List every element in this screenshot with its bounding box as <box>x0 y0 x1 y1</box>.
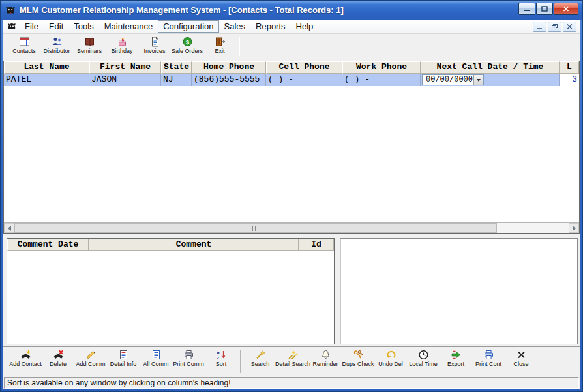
seminars-book-icon <box>84 37 95 47</box>
mdi-restore-button[interactable] <box>548 22 561 32</box>
next-call-date-combobox[interactable]: 00/00/0000 <box>422 74 484 85</box>
column-header-home-phone[interactable]: Home Phone <box>192 61 266 74</box>
column-header-next-call[interactable]: Next Call Date / Time <box>421 61 560 74</box>
toolbar-label: Dups Check <box>342 361 374 367</box>
comments-grid-header: Comment Date Comment Id <box>7 239 334 251</box>
horizontal-scrollbar[interactable] <box>4 222 579 233</box>
mdi-window-buttons <box>533 22 576 32</box>
cell-state[interactable]: NJ <box>161 74 192 86</box>
invoices-button[interactable]: Invoices <box>138 34 171 59</box>
close-button[interactable] <box>554 3 578 15</box>
contacts-grid-icon <box>19 37 30 47</box>
detail-search-wands-icon <box>288 350 299 360</box>
column-header-id[interactable]: Id <box>299 239 334 251</box>
chevron-down-icon <box>477 79 481 82</box>
cell-work-phone[interactable]: ( ) - <box>342 74 421 86</box>
close-window-button[interactable]: Close <box>505 347 537 376</box>
add-contact-button[interactable]: Add Contact <box>9 347 42 376</box>
menu-tools[interactable]: Tools <box>68 20 98 33</box>
caption-buttons <box>518 3 578 15</box>
minimize-button[interactable] <box>518 3 535 15</box>
next-call-date-value: 00/00/0000 <box>423 75 473 85</box>
menu-sales[interactable]: Sales <box>219 20 251 33</box>
menu-maintenance[interactable]: Maintenance <box>99 20 158 33</box>
app-window: MLM Customer Relationship Management Sys… <box>0 0 583 392</box>
table-row[interactable]: PATEL JASON NJ (856)555-5555 ( ) - ( ) -… <box>4 74 579 86</box>
column-header-last-name[interactable]: Last Name <box>4 61 89 74</box>
menu-edit[interactable]: Edit <box>44 20 68 33</box>
toolbar-label: Add Contact <box>9 361 42 367</box>
title-bar[interactable]: MLM Customer Relationship Management Sys… <box>1 1 582 20</box>
all-comments-button[interactable]: All Comm <box>140 347 172 376</box>
toolbar-label: Detail Info <box>110 361 137 367</box>
menu-file[interactable]: File <box>20 20 44 33</box>
contacts-grid-body[interactable]: PATEL JASON NJ (856)555-5555 ( ) - ( ) -… <box>4 74 579 222</box>
scrollbar-thumb[interactable] <box>14 223 497 233</box>
toolbar-label: Reminder <box>312 361 338 367</box>
delete-button[interactable]: Delete <box>42 347 74 376</box>
comment-detail-panel[interactable] <box>340 238 578 344</box>
contacts-button[interactable]: Contacts <box>8 34 40 59</box>
cell-first-name[interactable]: JASON <box>89 74 161 86</box>
column-header-truncated[interactable]: L <box>560 61 579 74</box>
maximize-button[interactable] <box>536 3 553 15</box>
column-header-comment[interactable]: Comment <box>89 239 299 251</box>
toolbar-label: Delete <box>50 361 67 367</box>
scroll-right-button[interactable] <box>569 223 579 233</box>
column-header-comment-date[interactable]: Comment Date <box>7 239 89 251</box>
distributor-button[interactable]: Distributor <box>40 34 73 59</box>
invoice-document-icon <box>149 37 160 47</box>
cell-cell-phone[interactable]: ( ) - <box>266 74 342 86</box>
sale-orders-button[interactable]: $ Sale Orders <box>171 34 203 59</box>
combo-dropdown-button[interactable] <box>473 75 483 85</box>
actions-toolbar: Add Contact Delete Add Comm Detail Info <box>3 346 580 376</box>
column-header-cell-phone[interactable]: Cell Phone <box>266 61 342 74</box>
seminars-button[interactable]: Seminars <box>73 34 106 59</box>
sort-button[interactable]: az Sort <box>205 347 237 376</box>
cell-next-call-date[interactable]: 00/00/0000 <box>421 74 560 86</box>
detail-info-button[interactable]: Detail Info <box>107 347 140 376</box>
cell-home-phone[interactable]: (856)555-5555 <box>192 74 266 86</box>
detail-search-button[interactable]: Detail Search <box>277 347 309 376</box>
mdi-minimize-button[interactable] <box>533 22 546 32</box>
print-comments-button[interactable]: Print Comm <box>172 347 205 376</box>
menu-reports[interactable]: Reports <box>250 20 291 33</box>
contacts-grid-header: Last Name First Name State Home Phone Ce… <box>4 61 579 74</box>
add-contact-phone-icon <box>20 350 31 360</box>
arrow-left-icon <box>8 226 11 231</box>
column-header-work-phone[interactable]: Work Phone <box>342 61 421 74</box>
toolbar-label: Seminars <box>77 48 102 54</box>
add-comment-button[interactable]: Add Comm <box>74 347 107 376</box>
status-panel: Sort is available on any window by click… <box>4 377 579 389</box>
exit-button[interactable]: Exit <box>203 34 236 59</box>
print-contacts-button[interactable]: Print Cont <box>472 347 505 376</box>
mdi-close-button[interactable] <box>563 22 576 32</box>
window-title: MLM Customer Relationship Management Sys… <box>20 5 344 15</box>
search-button[interactable]: Search <box>244 347 277 376</box>
cell-last-name[interactable]: PATEL <box>4 74 89 86</box>
mdi-child-icon[interactable] <box>7 22 17 32</box>
detail-info-document-icon <box>118 350 129 360</box>
local-time-button[interactable]: Local Time <box>407 347 440 376</box>
column-header-first-name[interactable]: First Name <box>89 61 161 74</box>
export-button[interactable]: Export <box>440 347 472 376</box>
comments-grid-body[interactable] <box>7 251 334 344</box>
toolbar-label: Export <box>447 361 464 367</box>
undo-delete-button[interactable]: Undo Del <box>374 347 407 376</box>
toolbar-label: Sort <box>216 361 227 367</box>
dups-check-keys-icon <box>353 350 364 360</box>
birthday-button[interactable]: Birthday <box>106 34 138 59</box>
column-header-state[interactable]: State <box>161 61 192 74</box>
menu-configuration[interactable]: Configuration <box>158 20 218 33</box>
reminder-button[interactable]: Reminder <box>309 347 342 376</box>
comments-section: Comment Date Comment Id <box>3 234 580 346</box>
dups-check-button[interactable]: Dups Check <box>342 347 374 376</box>
sort-az-icon: az <box>216 350 227 360</box>
add-comment-pencil-icon <box>85 350 97 360</box>
scroll-left-button[interactable] <box>4 223 14 233</box>
scrollbar-track[interactable] <box>497 223 569 233</box>
menu-help[interactable]: Help <box>291 20 319 33</box>
toolbar-label: Add Comm <box>76 361 105 367</box>
toolbar-label: Undo Del <box>378 361 403 367</box>
cell-truncated-value[interactable]: 3 <box>560 74 579 86</box>
